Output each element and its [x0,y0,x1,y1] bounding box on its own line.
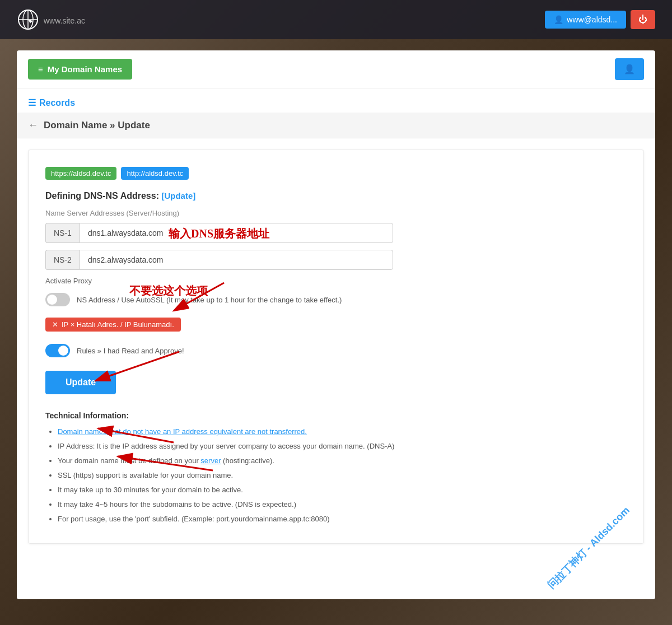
update-area: Update [45,365,627,394]
user-icon: 👤 [554,15,563,24]
ns-field-label: Name Server Addresses (Server/Hosting) [45,209,627,217]
menu-icon: ≡ [38,64,43,74]
toggle2-label: Rules » I had Read and Approve! [77,347,184,355]
power-button[interactable]: ⏻ [631,10,655,29]
http-badge: http://aldsd.dev.tc [121,167,189,180]
breadcrumb-bar: ← Domain Name » Update [17,113,655,138]
my-domains-button[interactable]: ≡ My Domain Names [28,59,132,80]
tech-text-5: It may take up to 30 minutes for your do… [58,486,243,494]
logo-domain: site.ac [62,16,85,25]
ns1-input[interactable] [80,223,393,243]
server-link[interactable]: server [200,456,221,465]
error-badge: ✕ IP × Hatalı Adres. / IP Bulunamadı. [45,318,181,332]
activate-proxy-title: Activate Proxy [45,277,627,285]
tech-item-5: It may take up to 30 minutes for your do… [58,483,627,497]
form-card: https://aldsd.dev.tc http://aldsd.dev.tc… [28,150,644,544]
toggle1-row: NS Address / Use AutoSSL (It may take up… [45,293,627,306]
tech-item-3: Your domain name must be defined on your… [58,454,627,468]
records-section: ☰ Records [17,88,655,113]
tech-item-4: SSL (https) support is available for you… [58,468,627,483]
technical-info: Technical Information: Domain names that… [45,411,627,526]
domain-badges: https://aldsd.dev.tc http://aldsd.dev.tc [45,167,627,180]
top-navigation: www.site.ac 👤 www@aldsd... ⏻ [0,0,672,39]
update-button[interactable]: Update [45,371,116,394]
toggle2-row: Rules » I had Read and Approve! [45,344,627,357]
error-text: IP × Hatalı Adres. / IP Bulunamadı. [62,320,174,329]
section-title-text: Defining DNS-NS Address: [45,191,159,200]
my-domains-label: My Domain Names [48,64,122,74]
ns2-label: NS-2 [45,250,80,270]
toggle2-slider [45,344,70,357]
user-button[interactable]: 👤 www@aldsd... [545,11,626,29]
logo-text: www.site.ac [44,12,85,27]
error-area: ✕ IP × Hatalı Adres. / IP Bulunamadı. [45,312,627,337]
ns2-input[interactable] [80,250,393,270]
globe-icon [17,8,39,31]
svg-marker-4 [29,20,33,24]
breadcrumb-text: Domain Name » Update [44,120,150,131]
records-link[interactable]: ☰ Records [28,97,644,108]
main-container: ≡ My Domain Names 👤 ☰ Records ← Domain N… [17,50,655,599]
tech-link-1[interactable]: Domain names that do not have an IP addr… [58,427,307,436]
tech-item-7: For port usage, use the 'port' subfield.… [58,512,627,526]
logo-subdomain: www. [44,16,62,25]
tech-title: Technical Information: [45,411,627,420]
back-arrow-icon: ← [28,119,38,130]
ns1-row: NS-1 [45,223,627,243]
section-title: Defining DNS-NS Address: [Update] [45,191,627,201]
person-icon: 👤 [624,64,635,74]
power-icon: ⏻ [638,15,647,24]
tech-text-2: IP Address: It is the IP address assigne… [58,442,394,450]
tech-item-1: Domain names that do not have an IP addr… [58,425,627,439]
tech-item-6: It may take 4~5 hours for the subdomains… [58,497,627,512]
logo: www.site.ac [17,8,85,31]
person-button[interactable]: 👤 [615,58,644,80]
tech-text-4: SSL (https) support is available for you… [58,471,233,479]
back-button[interactable]: ← [28,119,38,131]
nav-right: 👤 www@aldsd... ⏻ [545,10,655,29]
user-label: www@aldsd... [567,15,617,24]
update-link[interactable]: [Update] [161,191,195,200]
tech-text-7: For port usage, use the 'port' subfield.… [58,515,330,523]
error-x-icon: ✕ [52,320,58,329]
toolbar: ≡ My Domain Names 👤 [17,50,655,88]
toggle1[interactable] [45,293,70,306]
tech-text-6: It may take 4~5 hours for the subdomains… [58,500,296,509]
toggle1-slider [45,293,70,306]
records-label: Records [39,98,75,108]
toggle2[interactable] [45,344,70,357]
https-badge: https://aldsd.dev.tc [45,167,116,180]
ns2-row: NS-2 [45,250,627,270]
ns1-label: NS-1 [45,223,80,243]
tech-list: Domain names that do not have an IP addr… [45,425,627,526]
tech-item-2: IP Address: It is the IP address assigne… [58,439,627,454]
toggle1-label: NS Address / Use AutoSSL (It may take up… [77,296,342,304]
update-button-label: Update [66,377,96,387]
list-icon: ☰ [28,97,36,108]
